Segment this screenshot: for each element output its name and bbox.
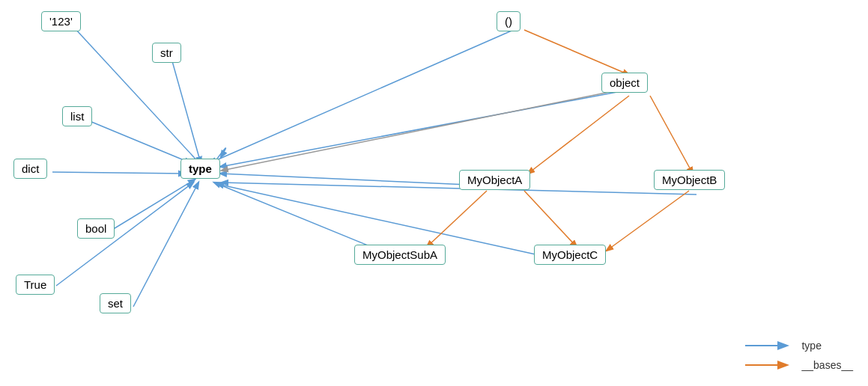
svg-line-3 <box>52 172 185 174</box>
legend-bases-label: __bases__ <box>801 359 853 371</box>
svg-line-18 <box>607 191 689 251</box>
node-myobjectc: MyObjectC <box>534 245 606 265</box>
svg-line-13 <box>524 30 629 75</box>
node-bool: bool <box>77 218 115 239</box>
legend-type-label: type <box>801 340 821 352</box>
svg-line-15 <box>650 96 693 174</box>
svg-line-6 <box>133 183 198 307</box>
svg-line-0 <box>75 28 201 165</box>
legend-type: type <box>745 340 853 352</box>
svg-line-14 <box>528 96 629 174</box>
node-list: list <box>62 106 92 126</box>
svg-line-9 <box>220 174 485 186</box>
svg-line-2 <box>90 121 191 163</box>
node-type: type <box>180 159 220 179</box>
node-myobjectb: MyObjectB <box>654 170 725 190</box>
node-dict: dict <box>13 159 47 179</box>
legend: type __bases__ <box>745 340 853 371</box>
node-myobjecta: MyObjectA <box>459 170 530 190</box>
svg-line-8 <box>220 90 629 167</box>
legend-bases: __bases__ <box>745 359 853 371</box>
node-myobjectsuba: MyObjectSubA <box>354 245 446 265</box>
svg-line-16 <box>427 191 487 247</box>
svg-line-19 <box>222 88 628 171</box>
node-zero: () <box>497 11 521 31</box>
node-object: object <box>601 73 648 93</box>
arrows-svg <box>0 0 868 386</box>
node-set: set <box>100 293 131 313</box>
svg-line-1 <box>172 61 201 163</box>
node-str: str <box>152 43 181 63</box>
svg-line-17 <box>524 191 577 247</box>
svg-line-7 <box>210 28 517 163</box>
svg-line-4 <box>109 180 195 232</box>
node-str123: '123' <box>41 11 81 31</box>
node-true: True <box>16 275 55 295</box>
